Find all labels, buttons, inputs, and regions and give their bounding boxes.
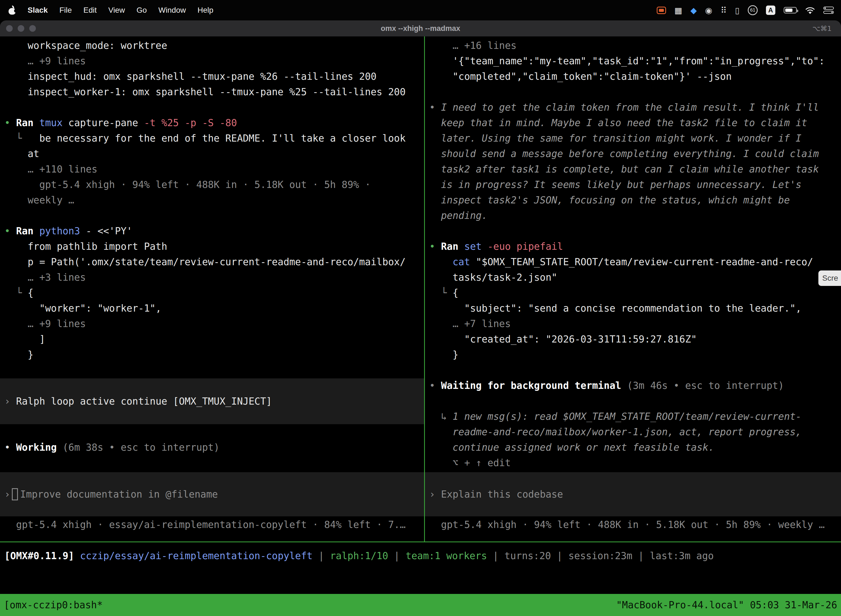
terminal-line: • Waiting for background terminal (3m 46… [429, 378, 841, 393]
terminal-line: continue assigned work or next feasible … [429, 440, 841, 455]
terminal-line: pending. [429, 208, 841, 223]
blue-diamond-icon[interactable]: ◆ [690, 6, 697, 15]
zoom-button[interactable] [29, 25, 36, 32]
terminal-line: … +110 lines [4, 161, 424, 177]
terminal-line: workspace_mode: worktree [4, 38, 424, 53]
terminal-line: • Ran tmux capture-pane -t %25 -p -S -80 [4, 115, 424, 131]
control-center-icon[interactable] [823, 7, 834, 14]
terminal-pane-right[interactable]: … +16 lines '{"team_name":"my-team","tas… [425, 37, 841, 541]
terminal-line: weekly … [4, 192, 424, 208]
terminal-line: '{"team_name":"my-team","task_id":"1","f… [429, 53, 841, 69]
menu-help[interactable]: Help [198, 6, 214, 15]
terminal-line: ↳ 1 new msg(s): read $OMX_TEAM_STATE_ROO… [429, 409, 841, 424]
terminal-line [429, 223, 841, 239]
terminal-line: … +9 lines [4, 53, 424, 69]
terminal-line: gpt-5.4 xhigh · 94% left · 488K in · 5.1… [4, 177, 424, 192]
minimize-button[interactable] [18, 25, 24, 32]
screen-recording-icon[interactable] [657, 7, 666, 14]
terminal-line: └ { [4, 285, 424, 301]
terminal-line: ] [4, 331, 424, 347]
prompt-input-left[interactable]: ›Improve documentation in @filename [0, 472, 424, 516]
terminal-line: } [429, 347, 841, 362]
tmux-status-bar: [omx-cczip0:bash* "MacBook-Pro-44.local"… [0, 594, 841, 616]
menu-file[interactable]: File [59, 6, 72, 15]
screen: Slack File Edit View Go Window Help ▦ ◆ … [0, 0, 841, 616]
terminal-line: later. Using the same for transition mig… [429, 131, 841, 146]
menu-window[interactable]: Window [158, 6, 186, 15]
queued-message-box[interactable]: › Ralph loop active continue [OMX_TMUX_I… [0, 378, 424, 424]
terminal-line [429, 362, 841, 378]
wifi-icon[interactable] [805, 6, 815, 14]
terminal-line: readme-and-reco/mailbox/worker-1.json, a… [429, 424, 841, 440]
input-source-icon[interactable]: A [766, 6, 775, 15]
omx-status-line: [OMX#0.11.9] cczip/essay/ai-reimplementa… [4, 548, 714, 563]
menu-edit[interactable]: Edit [84, 6, 97, 15]
display-pill-icon[interactable]: ▯ [735, 6, 740, 15]
window-title-bar[interactable]: omx --xhigh --madmax ⌥⌘1 [0, 21, 841, 37]
dots-grid-icon[interactable]: ⠿ [721, 6, 727, 15]
terminal-line: should send a message before completing … [429, 146, 841, 161]
terminal-line: └ be necessary for the end of the README… [4, 131, 424, 146]
traffic-lights [6, 25, 36, 32]
menu-go[interactable]: Go [136, 6, 147, 15]
battery-percent-badge[interactable]: 61 [748, 5, 757, 15]
terminal-line: … +3 lines [4, 270, 424, 285]
terminal-line: p = Path('.omx/state/team/review-current… [4, 254, 424, 270]
terminal-line: is in progress? It seems likely but perh… [429, 177, 841, 192]
terminal-line: "subject": "send a concise recommendatio… [429, 301, 841, 316]
apple-menu-icon[interactable] [8, 6, 16, 15]
prompt-chevron: › [4, 489, 10, 500]
menu-bar-left: Slack File Edit View Go Window Help [8, 6, 213, 15]
terminal-window: omx --xhigh --madmax ⌥⌘1 workspace_mode:… [0, 21, 841, 616]
close-button[interactable] [6, 25, 13, 32]
terminal-content: workspace_mode: worktree … +9 lines insp… [0, 37, 841, 616]
working-status-line: • Working (6m 38s • esc to interrupt) [4, 440, 220, 455]
terminal-line: task2 after task1 is complete, but can I… [429, 161, 841, 177]
terminal-line: "completed","claim_token":"claim-token"}… [429, 69, 841, 84]
menu-view[interactable]: View [108, 6, 125, 15]
terminal-line: … +7 lines [429, 316, 841, 331]
terminal-line: inspect task2's JSON, focusing on the st… [429, 192, 841, 208]
terminal-line: cat "$OMX_TEAM_STATE_ROOT/team/review-cu… [429, 254, 841, 270]
menu-bar-status-icons: ▦ ◆ ◉ ⠿ ▯ 61 A [657, 5, 834, 15]
terminal-line: • I need to get the claim token from the… [429, 100, 841, 115]
terminal-line: tasks/task-2.json" [429, 270, 841, 285]
input-placeholder: Explain this codebase [441, 489, 563, 500]
terminal-line [429, 393, 841, 409]
terminal-line: … +16 lines [429, 38, 841, 53]
terminal-line: "created_at": "2026-03-31T11:59:27.816Z" [429, 331, 841, 347]
terminal-line [429, 84, 841, 100]
terminal-lines-left: workspace_mode: worktree … +9 lines insp… [4, 38, 424, 362]
session-footer-right: gpt-5.4 xhigh · 94% left · 488K in · 5.1… [429, 517, 825, 532]
prompt-chevron: › [4, 396, 10, 407]
battery-icon[interactable] [784, 7, 797, 13]
status-separator-line [0, 541, 841, 542]
menu-bar: Slack File Edit View Go Window Help ▦ ◆ … [0, 0, 841, 21]
terminal-line: ⌥ + ↑ edit [429, 455, 841, 471]
grid-icon[interactable]: ▦ [674, 6, 682, 15]
terminal-line: } [4, 347, 424, 362]
terminal-line: … +9 lines [4, 316, 424, 331]
screen-overlay-label: Scre [822, 274, 838, 283]
screen-overlay[interactable]: Scre [818, 270, 841, 286]
window-title: omx --xhigh --madmax [381, 24, 460, 33]
prompt-input-right[interactable]: › Explain this codebase [425, 472, 841, 516]
tab-shortcut-hint: ⌥⌘1 [812, 25, 832, 32]
terminal-line: at [4, 146, 424, 161]
terminal-line [4, 208, 424, 223]
terminal-line: inspect_hud: omx sparkshell --tmux-pane … [4, 69, 424, 84]
terminal-line: • Ran set -euo pipefail [429, 239, 841, 254]
sphere-icon[interactable]: ◉ [705, 6, 712, 15]
terminal-line: keep that in mind. Maybe I also need the… [429, 115, 841, 131]
input-placeholder: Improve documentation in @filename [20, 489, 218, 500]
menu-app-name[interactable]: Slack [28, 6, 48, 15]
terminal-line: • Ran python3 - <<'PY' [4, 223, 424, 239]
session-footer-left: gpt-5.4 xhigh · essay/ai-reimplementatio… [4, 517, 406, 532]
terminal-pane-left[interactable]: workspace_mode: worktree … +9 lines insp… [0, 37, 424, 541]
terminal-lines-right: … +16 lines '{"team_name":"my-team","tas… [429, 38, 841, 471]
tmux-host-clock: "MacBook-Pro-44.local" 05:03 31-Mar-26 [616, 600, 837, 610]
prompt-chevron: › [429, 489, 435, 500]
text-cursor [12, 488, 18, 500]
terminal-line: "worker": "worker-1", [4, 301, 424, 316]
queued-message-text: Ralph loop active continue [OMX_TMUX_INJ… [16, 396, 272, 407]
